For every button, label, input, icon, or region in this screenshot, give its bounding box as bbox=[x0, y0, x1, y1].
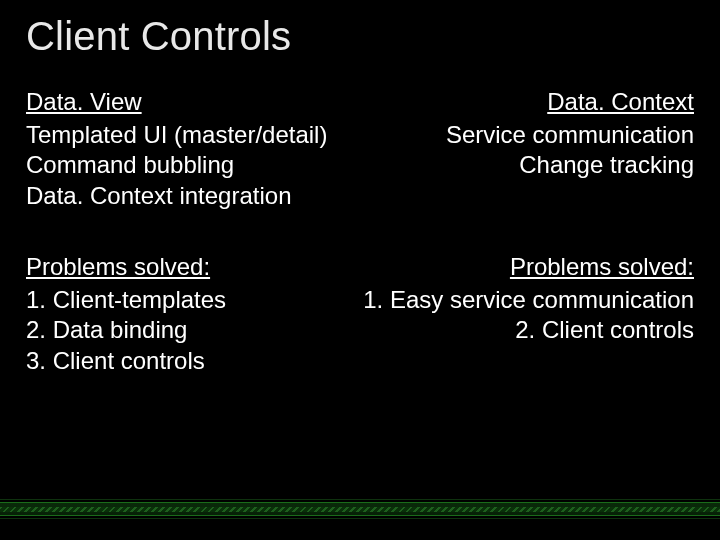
right-problem: 2. Client controls bbox=[360, 315, 694, 346]
left-heading: Data. View bbox=[26, 87, 360, 118]
right-heading: Data. Context bbox=[360, 87, 694, 118]
left-problem: 3. Client controls bbox=[26, 346, 360, 377]
right-feature: Change tracking bbox=[360, 150, 694, 181]
footer-decoration bbox=[0, 502, 720, 516]
left-feature: Templated UI (master/detail) bbox=[26, 120, 360, 151]
slide: Client Controls Data. View Templated UI … bbox=[0, 0, 720, 540]
left-column: Data. View Templated UI (master/detail) … bbox=[26, 87, 360, 417]
left-problem: 2. Data binding bbox=[26, 315, 360, 346]
right-features-block: Data. Context Service communication Chan… bbox=[360, 87, 694, 212]
left-feature: Command bubbling bbox=[26, 150, 360, 181]
left-problem: 1. Client-templates bbox=[26, 285, 360, 316]
right-column: Data. Context Service communication Chan… bbox=[360, 87, 694, 417]
content-columns: Data. View Templated UI (master/detail) … bbox=[26, 87, 694, 417]
left-features-block: Data. View Templated UI (master/detail) … bbox=[26, 87, 360, 212]
right-problems-heading: Problems solved: bbox=[360, 252, 694, 283]
right-problems-block: Problems solved: 1. Easy service communi… bbox=[360, 252, 694, 346]
right-feature: Service communication bbox=[360, 120, 694, 151]
slide-title: Client Controls bbox=[26, 14, 694, 59]
right-feature-spacer bbox=[360, 181, 694, 212]
left-problems-heading: Problems solved: bbox=[26, 252, 360, 283]
left-feature: Data. Context integration bbox=[26, 181, 360, 212]
right-problem: 1. Easy service communication bbox=[360, 285, 694, 316]
left-problems-block: Problems solved: 1. Client-templates 2. … bbox=[26, 252, 360, 377]
